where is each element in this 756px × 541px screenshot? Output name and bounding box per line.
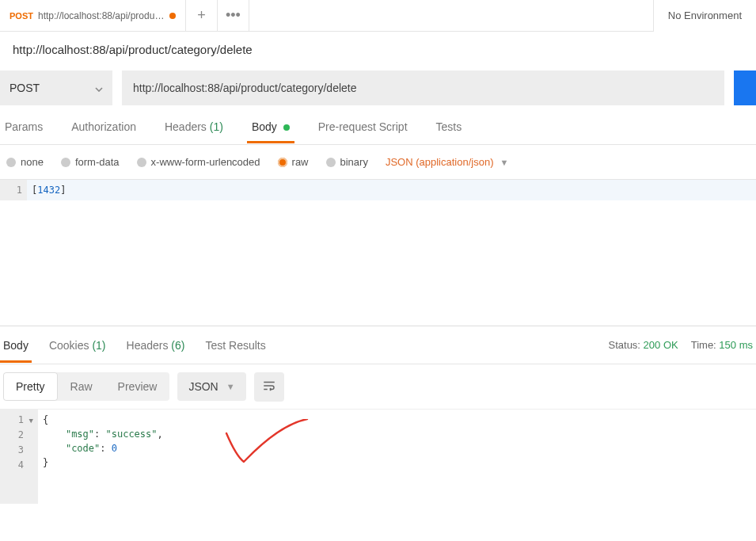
request-subtabs: Params Authorization Headers (1) Body Pr…	[0, 110, 756, 145]
tab-method: POST	[9, 11, 33, 21]
response-toolbar: Pretty Raw Preview JSON ▼	[0, 364, 756, 409]
unsaved-indicator-icon	[169, 13, 176, 19]
time-label: Time:	[691, 339, 716, 351]
environment-label: No Environment	[668, 10, 742, 21]
body-type-formdata[interactable]: form-data	[61, 156, 120, 168]
plus-icon: +	[197, 7, 206, 24]
tab-prerequest[interactable]: Pre-request Script	[317, 112, 409, 143]
caret-down-icon: ▼	[226, 382, 235, 391]
radio-dot-icon	[326, 158, 336, 167]
tab-tests[interactable]: Tests	[435, 112, 464, 143]
resp-tab-body[interactable]: Body	[3, 339, 28, 352]
body-content-type-dropdown[interactable]: JSON (application/json) ▼	[386, 156, 508, 168]
time-value: 150 ms	[719, 339, 753, 351]
radio-dot-icon	[6, 158, 16, 167]
request-tab[interactable]: POST http://localhost:88/api/product/	[0, 0, 186, 32]
view-pretty[interactable]: Pretty	[3, 372, 58, 401]
method-dropdown[interactable]: POST	[0, 70, 112, 105]
resp-headers-count: (6)	[171, 339, 184, 352]
body-type-raw[interactable]: raw	[278, 156, 309, 168]
tab-params[interactable]: Params	[3, 112, 44, 143]
response-body-code[interactable]: { "msg": "success", "code": 0 }	[38, 410, 756, 504]
radio-dot-icon	[61, 158, 70, 167]
body-type-xwww[interactable]: x-www-form-urlencoded	[137, 156, 260, 168]
resp-tab-headers[interactable]: Headers (6)	[127, 339, 185, 352]
format-dropdown[interactable]: JSON ▼	[177, 372, 245, 401]
cookies-count: (1)	[92, 339, 105, 352]
radio-dot-icon	[137, 158, 146, 167]
resp-tab-cookies[interactable]: Cookies (1)	[49, 339, 106, 352]
wrap-icon	[262, 379, 276, 393]
new-tab-button[interactable]: +	[186, 0, 218, 32]
method-value: POST	[9, 82, 40, 94]
body-indicator-icon	[283, 124, 290, 131]
ellipsis-icon: •••	[226, 7, 241, 24]
radio-dot-selected-icon	[278, 158, 287, 167]
status-label: Status:	[609, 339, 640, 351]
resp-line-gutter: 1▼ 2 3 4	[0, 410, 38, 504]
view-raw[interactable]: Raw	[58, 372, 105, 401]
tab-menu-button[interactable]: •••	[218, 0, 249, 32]
tab-label: http://localhost:88/api/product/	[38, 10, 165, 21]
wrap-lines-button[interactable]	[254, 372, 284, 402]
request-row: POST http://localhost:88/api/product/cat…	[0, 66, 756, 110]
send-button[interactable]	[734, 70, 756, 105]
line-gutter: 1	[0, 180, 27, 200]
resp-tab-testresults[interactable]: Test Results	[205, 339, 265, 352]
fold-caret-icon[interactable]: ▼	[25, 413, 33, 428]
headers-count: (1)	[210, 120, 223, 133]
view-segment: Pretty Raw Preview	[3, 372, 169, 401]
body-type-none[interactable]: none	[6, 156, 44, 168]
view-preview[interactable]: Preview	[105, 372, 170, 401]
response-status-bar: Status: 200 OK Time: 150 ms	[609, 339, 753, 351]
request-body-editor[interactable]: 1 [1432]	[0, 180, 756, 326]
tab-body[interactable]: Body	[250, 112, 291, 143]
content-type-value: JSON (application/json)	[386, 156, 494, 168]
url-value: http://localhost:88/api/product/category…	[133, 82, 357, 94]
response-body-editor[interactable]: 1▼ 2 3 4 { "msg": "success", "code": 0 }	[0, 409, 756, 504]
body-type-binary[interactable]: binary	[326, 156, 368, 168]
app-tabbar: POST http://localhost:88/api/product/ + …	[0, 0, 756, 32]
request-body-code[interactable]: [1432]	[27, 180, 756, 200]
url-input[interactable]: http://localhost:88/api/product/category…	[122, 70, 724, 105]
body-type-row: none form-data x-www-form-urlencoded raw…	[0, 145, 756, 180]
tab-authorization[interactable]: Authorization	[70, 112, 138, 143]
tab-headers[interactable]: Headers (1)	[163, 112, 225, 143]
caret-down-icon: ▼	[500, 158, 508, 167]
format-value: JSON	[188, 380, 218, 393]
request-title: http://localhost:88/api/product/category…	[0, 32, 756, 66]
environment-selector[interactable]: No Environment	[653, 0, 756, 32]
caret-down-icon	[95, 82, 103, 94]
response-subtabs: Body Cookies (1) Headers (6) Test Result…	[0, 326, 756, 364]
status-value: 200 OK	[644, 339, 678, 351]
